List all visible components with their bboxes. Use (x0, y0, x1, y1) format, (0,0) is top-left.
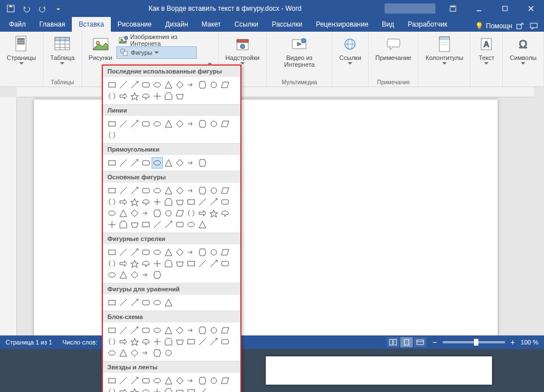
addins-button[interactable]: Надстройки (222, 34, 263, 66)
shape-item[interactable] (174, 157, 185, 169)
tab-review[interactable]: Рецензирование (309, 17, 375, 32)
shape-item[interactable] (219, 79, 231, 91)
shape-item[interactable] (163, 118, 174, 130)
shape-item[interactable] (163, 219, 174, 230)
shape-item[interactable] (208, 325, 219, 336)
shape-item[interactable] (197, 325, 208, 336)
shape-item[interactable] (106, 247, 118, 258)
shape-item[interactable] (152, 375, 163, 386)
share-icon[interactable] (515, 20, 526, 32)
shape-item[interactable] (118, 185, 129, 196)
shape-item[interactable] (197, 196, 208, 208)
shape-item[interactable] (140, 375, 152, 386)
shape-item[interactable] (174, 185, 185, 196)
shape-item[interactable] (185, 258, 197, 269)
shape-item[interactable] (197, 185, 208, 196)
shape-item[interactable] (174, 386, 185, 392)
shape-item[interactable] (129, 347, 140, 359)
shape-item[interactable] (163, 258, 174, 269)
shape-item[interactable] (140, 208, 152, 219)
shape-item[interactable] (152, 325, 163, 336)
shape-item[interactable] (197, 118, 208, 130)
shape-item[interactable] (129, 375, 140, 386)
online-video-button[interactable]: Видео из Интернета (270, 34, 329, 69)
shape-item[interactable] (106, 219, 118, 230)
tab-insert[interactable]: Вставка (72, 17, 111, 32)
shape-item[interactable] (106, 258, 118, 269)
shape-item[interactable] (129, 247, 140, 258)
shape-item[interactable] (152, 196, 163, 208)
zoom-out-button[interactable]: − (432, 338, 437, 347)
shape-item[interactable] (174, 208, 185, 219)
shape-item[interactable] (208, 118, 219, 130)
links-button[interactable]: Ссылки (336, 34, 365, 66)
shape-item[interactable] (208, 79, 219, 91)
shape-item[interactable] (106, 347, 118, 359)
shape-item[interactable] (106, 386, 118, 392)
horizontal-ruler[interactable] (17, 87, 534, 97)
shape-item[interactable] (118, 118, 129, 130)
shape-item[interactable] (140, 258, 152, 269)
shape-item[interactable] (208, 208, 219, 219)
shape-item[interactable] (163, 347, 174, 359)
shape-item[interactable] (129, 258, 140, 269)
shape-item[interactable] (219, 336, 231, 347)
shape-item[interactable] (208, 247, 219, 258)
shape-item[interactable] (197, 157, 208, 169)
shape-item[interactable] (106, 297, 118, 308)
shape-item[interactable] (185, 79, 197, 91)
shape-item[interactable] (118, 91, 129, 102)
shape-item[interactable] (219, 208, 231, 219)
shape-item[interactable] (106, 157, 118, 169)
shape-item[interactable] (118, 196, 129, 208)
shape-item[interactable] (140, 347, 152, 359)
shape-item[interactable] (118, 247, 129, 258)
shape-item[interactable] (152, 118, 163, 130)
pictures-button[interactable]: Рисунки (85, 34, 116, 62)
tab-mailings[interactable]: Рассылки (265, 17, 309, 32)
shape-item[interactable] (140, 325, 152, 336)
comments-pane-icon[interactable] (528, 20, 539, 32)
shape-item[interactable] (106, 336, 118, 347)
shape-item[interactable] (185, 219, 197, 230)
tell-me-label[interactable]: Помощн (486, 22, 512, 30)
shape-item[interactable] (208, 336, 219, 347)
shape-item[interactable] (118, 258, 129, 269)
tab-design[interactable]: Дизайн (158, 17, 195, 32)
shape-item[interactable] (163, 185, 174, 196)
shape-item[interactable] (208, 258, 219, 269)
shape-item[interactable] (174, 375, 185, 386)
shape-item[interactable] (174, 247, 185, 258)
shape-item[interactable] (140, 336, 152, 347)
shape-item[interactable] (118, 386, 129, 392)
shape-item[interactable] (106, 118, 118, 130)
shape-item[interactable] (208, 196, 219, 208)
shape-item[interactable] (197, 375, 208, 386)
shape-item[interactable] (106, 185, 118, 196)
shape-item[interactable] (219, 375, 231, 386)
shape-item[interactable] (152, 247, 163, 258)
shape-item[interactable] (140, 269, 152, 281)
shape-item[interactable] (140, 247, 152, 258)
shape-item[interactable] (118, 208, 129, 219)
text-button[interactable]: A Текст (474, 34, 499, 66)
shape-item[interactable] (174, 219, 185, 230)
shape-item[interactable] (163, 297, 174, 308)
shapes-button[interactable]: Фигуры (116, 46, 196, 59)
shape-item[interactable] (163, 247, 174, 258)
shape-item[interactable] (219, 258, 231, 269)
shape-item[interactable] (197, 79, 208, 91)
shape-item[interactable] (174, 196, 185, 208)
shape-item[interactable] (197, 336, 208, 347)
shape-item[interactable] (152, 258, 163, 269)
zoom-in-button[interactable]: + (511, 338, 515, 347)
shape-item[interactable] (152, 336, 163, 347)
shape-item[interactable] (163, 79, 174, 91)
save-icon[interactable] (3, 1, 18, 16)
shape-item[interactable] (106, 325, 118, 336)
shape-item[interactable] (185, 336, 197, 347)
vertical-ruler[interactable] (0, 97, 17, 335)
shape-item[interactable] (118, 157, 129, 169)
qat-dropdown-icon[interactable] (51, 1, 66, 16)
shape-item[interactable] (174, 336, 185, 347)
